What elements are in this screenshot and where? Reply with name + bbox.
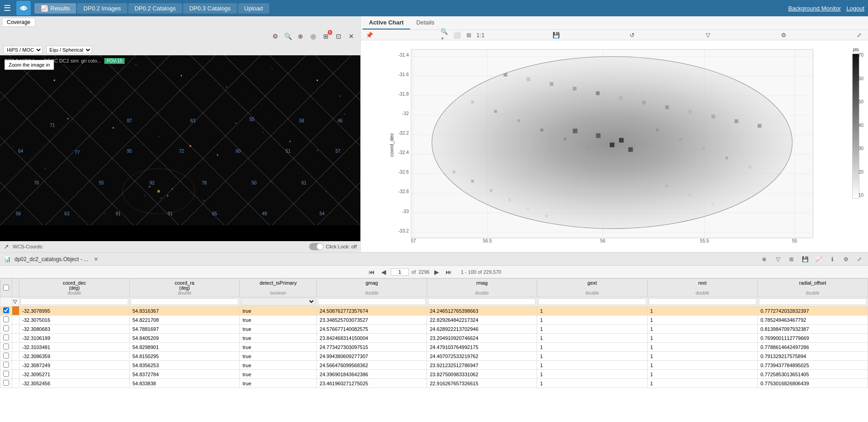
col-header-detect-isprimary[interactable]: detect_isPrimary boolean [240,279,317,297]
table-row[interactable]: -32.3052456 54.833838 true 23.4619602712… [0,379,868,388]
svg-point-32 [104,213,105,214]
filter-icon[interactable]: ▽ [13,299,17,304]
chart-zoom-fit-btn[interactable]: ⊞ [464,30,474,40]
chart-save-btn[interactable]: 💾 [551,30,561,40]
table-row[interactable]: -32.3080683 54.7881697 true 24.576677140… [0,325,868,334]
col-header-radial-offset[interactable]: radial_offset double [757,279,868,297]
filter-rmag[interactable] [428,298,536,305]
row-checkbox[interactable] [3,344,9,349]
last-page-btn[interactable]: ⏭ [444,268,454,276]
row-checkbox[interactable] [3,325,9,331]
table-row[interactable]: -32.3075016 54.8221708 true 23.348525703… [0,315,868,325]
nav-tab-upload[interactable]: Upload [238,3,269,14]
prev-page-btn[interactable]: ◀ [379,268,388,276]
table-icon: 📊 [4,256,11,262]
chart-settings-btn[interactable]: ⚙ [779,30,789,40]
tab-details[interactable]: Details [410,16,441,29]
results-icon: 📈 [41,5,48,12]
page-of-label: of [412,269,416,275]
logout-link[interactable]: Logout [846,5,864,12]
svg-text:54: 54 [320,211,325,216]
coverage-tab[interactable]: Coverage [2,18,35,27]
first-page-btn[interactable]: ⏮ [367,268,377,276]
table-row[interactable]: -32.3106199 54.8405209 true 23.842468314… [0,334,868,343]
table-row[interactable]: -32.3086359 54.8150295 true 24.994380609… [0,352,868,361]
tab-active-chart[interactable]: Active Chart [363,16,410,29]
nav-tab-dp03-catalogs[interactable]: DP0.3 Catalogs [183,3,237,14]
filter-gext[interactable] [538,298,646,305]
row-checkbox[interactable] [3,362,9,368]
cell-rext: 1 [647,325,757,334]
col-header-rext[interactable]: rext double [647,279,757,297]
svg-text:46: 46 [338,118,343,123]
catalog-btn[interactable]: ⊡ [333,31,344,42]
svg-rect-168 [453,170,456,173]
row-checkbox[interactable] [3,371,9,377]
svg-point-9 [317,80,318,81]
svg-rect-172 [527,208,529,210]
filter-detect-isprimary[interactable]: truefalse [241,298,315,306]
chart-filter-btn[interactable]: ▽ [703,30,713,40]
row-checkbox[interactable] [3,316,9,322]
svg-rect-144 [642,101,646,104]
cell-detect-isprimary: true [240,361,317,370]
click-lock-toggle[interactable] [309,243,324,250]
filter-coord-ra[interactable] [131,298,238,305]
search-btn[interactable]: 🔍 [282,31,293,42]
chart-zoom-original-btn[interactable]: 1:1 [475,30,485,40]
external-link-icon[interactable]: ↗ [4,243,9,250]
chart-zoom-in-btn[interactable]: 🔍+ [440,30,450,40]
cell-rmag: 22.916267657326615 [427,379,537,388]
svg-rect-143 [619,96,623,100]
layers-btn[interactable]: ⊞5 [320,31,331,42]
table-row[interactable]: -32.3103481 54.8298901 true 24.773427303… [0,343,868,352]
page-input[interactable] [391,268,409,276]
filter-gmag[interactable] [318,298,426,305]
col-header-rmag[interactable]: rmag double [427,279,537,297]
svg-text:-32.8: -32.8 [398,189,409,194]
row-checkbox[interactable] [3,353,9,359]
col-header-coord-ra[interactable]: coord_ra(deg)double [130,279,240,297]
chart-expand-btn[interactable]: ⤢ [854,30,864,40]
background-monitor-link[interactable]: Background Monitor [788,5,841,12]
measure-btn[interactable]: ✕ [346,31,357,42]
filter-btn[interactable]: ◎ [308,31,319,42]
select-all-header[interactable] [0,279,12,297]
nav-tab-results[interactable]: 📈 Results [34,3,76,14]
image-info-bar: HiPS / MOC Equ / Spherical [0,44,360,55]
svg-text:-31.4: -31.4 [398,53,409,58]
row-checkbox[interactable] [3,307,9,313]
filter-coord-dec[interactable] [20,298,128,305]
hamburger-menu[interactable]: ☰ [4,3,11,13]
nav-tab-dp02-catalogs[interactable]: DP0.2 Catalogs [128,3,182,14]
top-nav: ☰ 📈 Results DP0.2 Images DP0.2 Catalogs … [0,0,868,16]
coord-select[interactable]: Equ / Spherical [46,46,92,54]
filter-rext[interactable] [649,298,756,305]
table-row[interactable]: -32.3078995 54.8316367 true 24.508762772… [0,306,868,315]
cell-radial-offset: 0.7772742032832397 [757,306,868,315]
table-container[interactable]: coord_dec(deg)double coord_ra(deg)double… [0,278,868,422]
table-row[interactable]: -32.3095271 54.8372784 true 24.396901843… [0,370,868,379]
chart-zoom-box-btn[interactable]: ⬜ [452,30,462,40]
col-header-coord-dec[interactable]: coord_dec(deg)double [19,279,130,297]
hips-select[interactable]: HiPS / MOC [4,46,43,54]
cell-gmag: 24.396901843642386 [317,370,427,379]
svg-point-14 [158,136,159,137]
image-viewer[interactable]: DP0.2 HiPS from DESC DC2 sim: gri colo..… [0,55,360,241]
row-checkbox[interactable] [3,335,9,340]
filter-radial-offset[interactable] [759,298,867,305]
tools-btn[interactable]: ⚙ [270,31,281,42]
table-row[interactable]: -32.3087249 54.8356253 true 24.566476099… [0,361,868,370]
cell-rext: 1 [647,306,757,315]
pin-chart-btn[interactable]: 📌 [364,30,374,40]
next-page-btn[interactable]: ▶ [432,268,441,276]
col-header-gmag[interactable]: gmag double [317,279,427,297]
table-close-btn[interactable]: ✕ [94,256,98,262]
nav-tab-dp02-images[interactable]: DP0.2 Images [77,3,127,14]
lock-toggle[interactable]: Click Lock: off [309,243,357,250]
col-header-gext[interactable]: gext double [537,279,647,297]
row-checkbox[interactable] [3,380,9,386]
svg-text:55: 55 [249,117,255,122]
chart-reset-btn[interactable]: ↺ [627,30,637,40]
select-btn[interactable]: ⊕ [295,31,306,42]
